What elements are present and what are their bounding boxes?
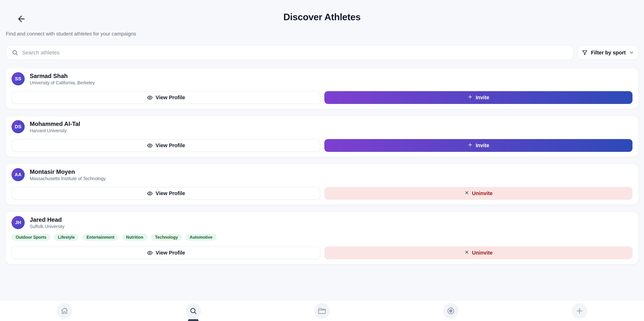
plus-icon [468, 94, 473, 100]
category-tags: Outdoor SportsLifestyleEntertainmentNutr… [12, 234, 632, 241]
view-profile-label: View Profile [156, 190, 185, 196]
controls-row: Filter by sport [6, 45, 638, 60]
category-tag: Automotive [186, 234, 217, 241]
athlete-card: DS Mohammed Al-Tal Harvard University Vi… [6, 116, 638, 157]
athlete-card-header: DS Mohammed Al-Tal Harvard University [12, 120, 632, 133]
eye-icon [147, 94, 153, 101]
view-profile-button[interactable]: View Profile [12, 246, 320, 259]
athlete-name: Sarmad Shah [30, 72, 95, 80]
athlete-identity: Jared Head Suffolk University [30, 216, 64, 229]
invite-button[interactable]: Invite [324, 139, 632, 152]
category-tag: Lifestyle [54, 234, 79, 241]
avatar: AA [12, 168, 25, 181]
avatar: DS [12, 120, 25, 133]
athlete-name: Jared Head [30, 216, 64, 223]
avatar: SS [12, 72, 25, 86]
x-icon [464, 250, 469, 256]
uninvite-button[interactable]: Uninvite [324, 246, 632, 259]
filter-label: Filter by sport [591, 50, 626, 56]
athlete-card: JH Jared Head Suffolk University Outdoor… [6, 212, 638, 264]
funnel-icon [582, 50, 588, 56]
avatar: JH [12, 216, 25, 229]
athlete-identity: Sarmad Shah University of California, Be… [30, 72, 95, 86]
x-icon [464, 190, 469, 196]
page-title: Discover Athletes [0, 12, 644, 22]
athlete-identity: Mohammed Al-Tal Harvard University [30, 120, 80, 133]
athlete-card: AA Montasir Moyen Massachusetts Institut… [6, 164, 638, 205]
athlete-school: University of California, Berkeley [30, 80, 95, 86]
eye-icon [147, 142, 153, 148]
invite-button[interactable]: Invite [324, 91, 632, 104]
view-profile-label: View Profile [156, 94, 185, 100]
athlete-card: SS Sarmad Shah University of California,… [6, 68, 638, 109]
category-tag: Nutrition [122, 234, 148, 241]
card-actions: View Profile Uninvite [12, 246, 632, 259]
category-tag: Entertainment [82, 234, 118, 241]
filter-by-sport-button[interactable]: Filter by sport [578, 45, 638, 60]
view-profile-label: View Profile [156, 142, 185, 148]
athlete-school: Suffolk University [30, 224, 64, 229]
view-profile-button[interactable]: View Profile [12, 187, 320, 200]
athlete-name: Mohammed Al-Tal [30, 120, 80, 128]
athlete-school: Harvard University [30, 128, 80, 133]
invite-label: Invite [476, 94, 489, 100]
search-icon [12, 49, 18, 56]
eye-icon [147, 190, 153, 196]
home-icon [60, 307, 68, 315]
record-icon [446, 307, 455, 315]
plus-icon [468, 94, 473, 101]
athlete-card-header: AA Montasir Moyen Massachusetts Institut… [12, 168, 632, 181]
athlete-list: SS Sarmad Shah University of California,… [6, 68, 638, 264]
view-profile-label: View Profile [156, 250, 185, 256]
search-icon [189, 307, 198, 315]
athlete-card-header: SS Sarmad Shah University of California,… [12, 72, 632, 86]
athlete-school: Massachusetts Institute of Technology [30, 176, 106, 181]
uninvite-label: Uninvite [472, 250, 492, 256]
search-box[interactable] [6, 45, 574, 60]
page-subtitle: Find and connect with student athletes f… [6, 31, 136, 37]
category-tag: Technology [151, 234, 182, 241]
view-profile-button[interactable]: View Profile [12, 91, 320, 104]
uninvite-label: Uninvite [472, 190, 492, 196]
athlete-card-header: JH Jared Head Suffolk University [12, 216, 632, 229]
x-icon [464, 190, 469, 195]
card-actions: View Profile Invite [12, 91, 632, 104]
plus-icon [468, 142, 473, 149]
view-profile-button[interactable]: View Profile [12, 139, 320, 152]
discover-athletes-page: Discover Athletes Find and connect with … [0, 0, 644, 321]
folder-icon [318, 307, 326, 315]
nav-item-record[interactable] [386, 301, 515, 321]
bottom-nav [0, 301, 644, 321]
plus-icon [576, 307, 584, 315]
category-tag: Outdoor Sports [12, 234, 50, 241]
nav-item-search[interactable] [129, 301, 258, 321]
search-input[interactable] [22, 50, 568, 56]
plus-icon [468, 142, 473, 148]
eye-icon [147, 250, 153, 256]
nav-item-home[interactable] [0, 301, 129, 321]
chevron-down-icon [629, 50, 634, 55]
nav-item-folder[interactable] [258, 301, 386, 321]
card-actions: View Profile Uninvite [12, 187, 632, 200]
uninvite-button[interactable]: Uninvite [324, 187, 632, 200]
athlete-name: Montasir Moyen [30, 168, 106, 176]
nav-item-plus[interactable] [515, 301, 644, 321]
x-icon [464, 250, 469, 255]
athlete-identity: Montasir Moyen Massachusetts Institute o… [30, 168, 106, 181]
active-tab-indicator [188, 319, 198, 321]
card-actions: View Profile Invite [12, 139, 632, 152]
invite-label: Invite [476, 142, 489, 148]
